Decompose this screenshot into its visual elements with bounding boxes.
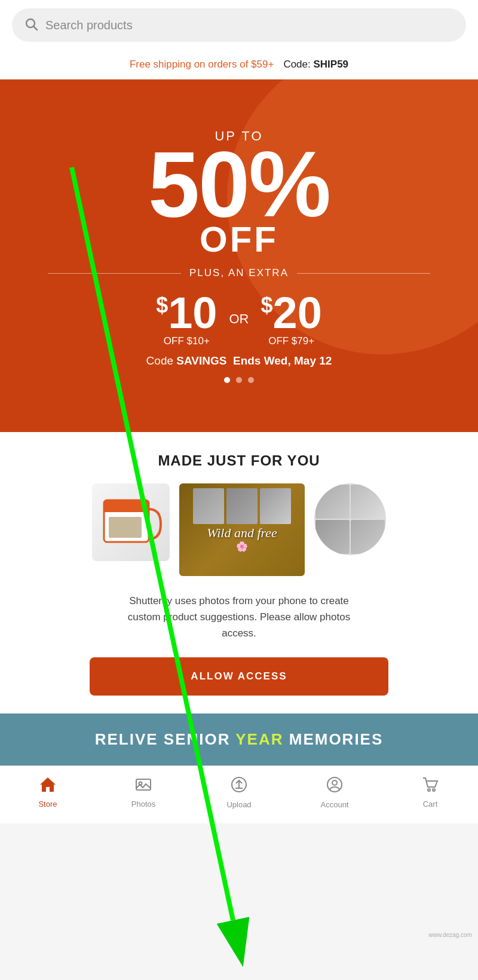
hero-off-text: OFF <box>200 219 278 260</box>
svg-line-1 <box>34 27 38 30</box>
bottom-nav: Store Photos Upload <box>0 765 478 823</box>
hero-dots <box>224 377 254 383</box>
cart-icon <box>421 776 439 796</box>
product-card-mug[interactable] <box>92 483 170 576</box>
svg-rect-4 <box>104 509 149 512</box>
hero-divider-line-left <box>48 273 181 274</box>
svg-point-12 <box>332 780 337 785</box>
search-icon <box>24 17 38 33</box>
permission-text: Shutterfly uses photos from your phone t… <box>114 593 364 642</box>
promo-shipping-text: Free shipping on orders of $59+ <box>130 59 274 71</box>
mug-svg <box>98 494 164 551</box>
allow-access-button[interactable]: ALLOW ACCESS <box>90 657 388 696</box>
hero-divider: PLUS, AN EXTRA <box>48 267 430 279</box>
hero-dot-2[interactable] <box>236 377 242 383</box>
wooden-sign-flowers: 🌸 <box>236 541 248 552</box>
cart-label: Cart <box>423 800 438 808</box>
wooden-sign-text: Wild and free <box>207 526 277 540</box>
upload-icon <box>230 776 248 797</box>
hero-banner: UP TO 50% OFF PLUS, AN EXTRA $10 OFF $10… <box>0 79 478 432</box>
nav-item-photos[interactable]: Photos <box>96 776 191 808</box>
promo-banner: Free shipping on orders of $59+ Code: SH… <box>0 50 478 79</box>
photos-label: Photos <box>131 800 155 808</box>
search-bar[interactable]: Search products <box>12 8 466 42</box>
watermark: www.dezag.com <box>428 932 472 938</box>
photos-icon <box>134 776 152 796</box>
account-label: Account <box>321 800 349 809</box>
product-card-wooden-sign[interactable]: Wild and free 🌸 <box>179 483 305 576</box>
nav-item-account[interactable]: Account <box>287 776 382 809</box>
hero-ends-text: Ends Wed, May 12 <box>233 354 332 367</box>
hero-or-text: OR <box>229 311 249 327</box>
nav-item-upload[interactable]: Upload <box>191 776 287 809</box>
hero-plus-extra-text: PLUS, AN EXTRA <box>189 267 289 279</box>
hero-divider-line-right <box>297 273 430 274</box>
products-scroll: Wild and free 🌸 <box>12 483 466 576</box>
hero-coupon-20-amount: $20 <box>261 291 322 335</box>
made-for-you-title: MADE JUST FOR YOU <box>12 452 466 469</box>
product-card-coaster[interactable] <box>314 483 386 576</box>
nav-item-cart[interactable]: Cart <box>382 776 478 808</box>
upload-label: Upload <box>226 800 251 809</box>
search-placeholder-text: Search products <box>45 19 133 32</box>
svg-point-14 <box>433 789 435 791</box>
hero-savings-code: SAVINGS <box>176 354 226 367</box>
hero-coupon-10-amount: $10 <box>156 291 217 335</box>
svg-point-13 <box>428 789 430 791</box>
senior-banner-text: RELIVE SENIOR YEAR MEMORIES <box>12 730 466 749</box>
hero-coupon-20-off: OFF $79+ <box>261 335 322 347</box>
hero-dot-1[interactable] <box>224 377 230 383</box>
hero-coupons: $10 OFF $10+ OR $20 OFF $79+ <box>156 291 322 347</box>
store-icon <box>39 776 57 796</box>
search-bar-container: Search products <box>0 0 478 50</box>
svg-rect-5 <box>109 517 142 538</box>
made-for-you-section: MADE JUST FOR YOU <box>0 432 478 713</box>
hero-coupon-10-off: OFF $10+ <box>156 335 217 347</box>
account-icon <box>326 776 344 797</box>
promo-code-label: Code: SHIP59 <box>283 59 348 71</box>
hero-discount-text: 50% <box>148 138 330 231</box>
hero-code-line: Code SAVINGS Ends Wed, May 12 <box>146 354 332 368</box>
store-label: Store <box>38 800 57 808</box>
svg-rect-6 <box>136 779 151 790</box>
hero-coupon-20: $20 OFF $79+ <box>261 291 322 347</box>
senior-memories-banner[interactable]: RELIVE SENIOR YEAR MEMORIES <box>0 713 478 765</box>
hero-dot-3[interactable] <box>248 377 254 383</box>
promo-code-value: SHIP59 <box>313 59 348 70</box>
nav-item-store[interactable]: Store <box>0 776 96 808</box>
hero-coupon-10: $10 OFF $10+ <box>156 291 217 347</box>
